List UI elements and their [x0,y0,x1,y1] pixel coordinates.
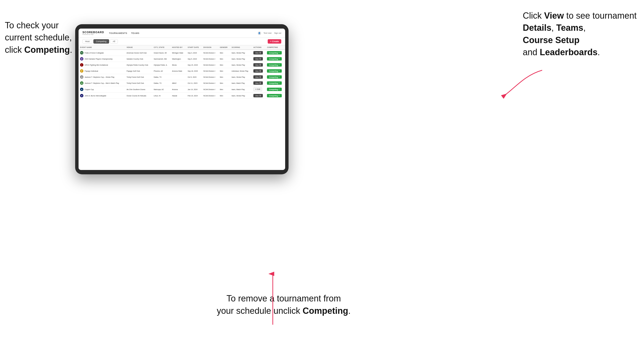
table-row: H John A. Burns Intercollegiate Ocean Co… [78,93,285,99]
nav-tournaments[interactable]: TOURNAMENTS [109,32,127,34]
competing-button-5[interactable]: Competing ✓ [267,81,282,85]
team-logo-4: JS [80,75,84,79]
cell-gender-3: Men [218,68,230,74]
navbar: SCOREBOARD Powered by clipp TOURNAMENTS … [78,28,285,38]
nav-right: 👤 Test User Sign out [258,31,281,35]
view-button-3[interactable]: View ℹ [254,69,263,73]
tab-host[interactable]: Host [82,39,92,44]
cell-hosted-4 [170,74,186,80]
edit-button-6[interactable]: ✏ Edit [254,87,262,91]
cell-competing-3: Competing ✓ [266,68,285,74]
sign-out-link[interactable]: Sign out [274,32,281,34]
cell-date-6: Jan 14, 2024 [186,86,202,93]
competing-button-3[interactable]: Competing ✓ [267,69,282,73]
cell-event-name-0: FS Folds of Honor Collegiate [78,50,125,56]
cell-gender-6: Men [218,86,230,93]
event-name-text-7: John A. Burns Intercollegiate [84,95,106,97]
cell-city-6: Maricopa, AZ [152,86,170,93]
cell-event-name-2: I OFCC Fighting Illini Invitational [78,62,125,68]
col-division: DIVISION [202,45,218,50]
brand-subtitle: Powered by clipp [82,34,104,35]
cell-actions-1: View ℹ [252,56,266,62]
col-gender: GENDER [218,45,230,50]
cell-city-3: Phoenix, AZ [152,68,170,74]
cell-actions-4: View ℹ [252,74,266,80]
cell-competing-6: Competing ✓ [266,86,285,93]
cell-competing-2: Competing ✓ [266,62,285,68]
cell-actions-2: View ℹ [252,62,266,68]
cell-division-5: NCAA Division I [202,80,218,86]
cell-venue-1: Sahalee Country Club [125,56,152,62]
cell-venue-6: Ak-Chin Southern Dunes [125,86,152,93]
annotation-bottom: To remove a tournament from your schedul… [199,293,368,317]
cell-division-1: NCAA Division I [202,56,218,62]
event-name-text-6: Copper Cup [84,89,94,90]
table-row: I OFCC Fighting Illini Invitational Olym… [78,62,285,68]
cell-venue-3: Papago Golf Club [125,68,152,74]
cell-competing-5: Competing ✓ [266,80,285,86]
cell-city-4: Dallas, TX [152,74,170,80]
cell-actions-5: View ℹ [252,80,266,86]
tablet-screen: SCOREBOARD Powered by clipp TOURNAMENTS … [78,28,285,170]
event-name-text-4: Jackson T. Stephens Cup – Stroke Play [84,76,114,78]
cell-scoring-1: team, Stroke Play [230,56,252,62]
user-avatar-icon: 👤 [258,31,261,35]
cell-event-name-3: P Papago Individual [78,68,125,74]
view-button-4[interactable]: View ℹ [254,75,263,79]
cell-date-5: Oct 11, 2023 [186,80,202,86]
cell-venue-5: Trinity Forest Golf Club [125,80,152,86]
tab-competing[interactable]: Competing [93,39,109,44]
competing-button-7[interactable]: Competing ✓ [267,94,282,97]
create-button[interactable]: + Create [268,39,281,44]
tab-all[interactable]: All [110,39,118,44]
competing-button-1[interactable]: Competing ✓ [267,57,282,60]
cell-city-7: Lihue, HI [152,93,170,99]
event-name-text-1: 2023 Sahalee Players Championship [84,58,112,60]
view-button-5[interactable]: View ℹ [254,81,263,85]
view-button-7[interactable]: View ℹ [254,94,263,97]
cell-hosted-3: Arizona State [170,68,186,74]
cell-date-0: Sep 4, 2023 [186,50,202,56]
cell-hosted-0: Michigan State [170,50,186,56]
cell-division-7: NCAA Division I [202,93,218,99]
competing-button-2[interactable]: Competing ✓ [267,63,282,67]
tournaments-table-container: EVENT NAME VENUE CITY, STATE HOSTED BY S… [78,45,285,170]
table-row: P Papago Individual Papago Golf Club Pho… [78,68,285,74]
nav-teams[interactable]: TEAMS [131,32,140,34]
view-button-2[interactable]: View ℹ [254,63,263,67]
competing-button-4[interactable]: Competing ✓ [267,75,282,79]
cell-actions-6: ✏ Edit [252,86,266,93]
filter-row: Host Competing All + Create [78,38,285,45]
nav-links: TOURNAMENTS TEAMS [109,32,258,34]
cell-hosted-6: Arizona [170,86,186,93]
col-actions: ACTIONS [252,45,266,50]
col-hosted-by: HOSTED BY [170,45,186,50]
tablet-device: SCOREBOARD Powered by clipp TOURNAMENTS … [75,24,288,174]
cell-hosted-7: Hawaii [170,93,186,99]
cell-actions-7: View ℹ [252,93,266,99]
arrow-right [501,68,544,97]
event-name-text-5: Jackson T. Stephens Cup – Men's Match Pl… [84,82,119,84]
cell-division-2: NCAA Division I [202,62,218,68]
cell-city-0: Grand Haven, MI [152,50,170,56]
col-city-state: CITY, STATE [152,45,170,50]
team-logo-1: W [80,57,84,60]
cell-event-name-4: JS Jackson T. Stephens Cup – Stroke Play [78,74,125,80]
view-button-0[interactable]: View ℹ [254,51,263,54]
cell-scoring-0: team, Stroke Play [230,50,252,56]
cell-gender-0: Men [218,50,230,56]
cell-date-1: Sep 9, 2023 [186,56,202,62]
brand-title: SCOREBOARD [82,31,104,34]
competing-button-6[interactable]: Competing ✓ [267,88,282,91]
view-button-1[interactable]: View ℹ [254,57,263,60]
cell-division-0: NCAA Division I [202,50,218,56]
competing-button-0[interactable]: Competing ✓ [267,51,282,54]
col-start-date: START DATE [186,45,202,50]
cell-date-3: Sep 18, 2023 [186,68,202,74]
cell-city-1: Sammamish, WA [152,56,170,62]
cell-venue-7: Ocean Course At Hokuala [125,93,152,99]
cell-scoring-6: team, Match Play [230,86,252,93]
cell-division-3: NCAA Division I [202,68,218,74]
cell-gender-4: Men [218,74,230,80]
cell-venue-0: American Dunes Golf Club [125,50,152,56]
